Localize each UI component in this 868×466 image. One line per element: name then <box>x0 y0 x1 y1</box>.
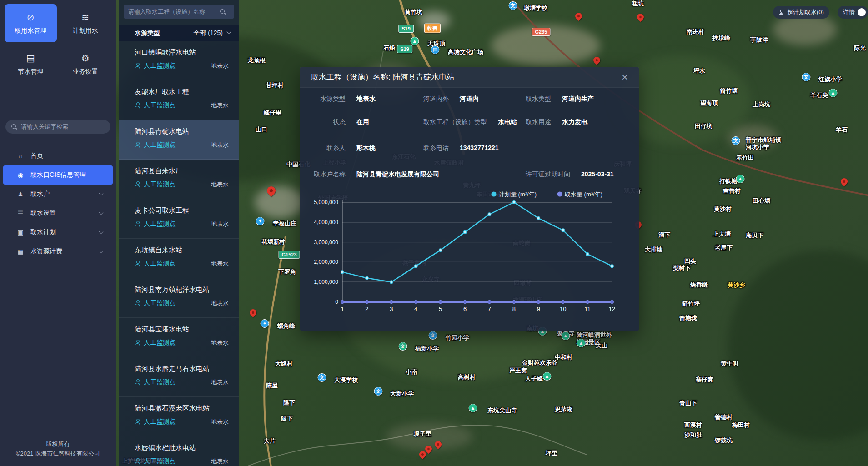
map-label: 墩塘学校 <box>524 4 547 12</box>
search-icon <box>220 9 226 15</box>
temple-green-marker[interactable]: ▲ <box>562 331 570 340</box>
map-label: 幸福山庄 <box>273 220 296 228</box>
source-type-label: 水源类型 <box>135 29 160 37</box>
list-item[interactable]: 水唇镇水栏肚水电站人工监测点地表水 <box>119 436 239 466</box>
detail-toggle[interactable]: 详情 <box>838 6 868 19</box>
marker-glyph: ✦ <box>258 219 262 224</box>
map-label: 下罗角 <box>278 268 296 276</box>
map-label: 田仔坑 <box>695 122 712 130</box>
map-label: 福新小学 <box>415 345 439 353</box>
list-item[interactable]: 麦卡公司取水工程人工监测点地表水 <box>119 199 239 239</box>
svg-text:取水量 (m³/年): 取水量 (m³/年) <box>564 191 602 198</box>
map-label: 大路村 <box>275 360 293 368</box>
map-label: 赤竹田 <box>736 154 754 162</box>
school-blue-marker[interactable]: 文 <box>374 387 383 396</box>
svg-text:4: 4 <box>414 306 417 312</box>
school-blue-marker[interactable]: 文 <box>429 331 437 340</box>
intake-meta: 人工监测点地表水 <box>135 339 229 347</box>
list-item[interactable]: 陆河县青碇水电站人工监测点地表水 <box>119 120 239 160</box>
module-button-取用水管理[interactable]: ⊘取用水管理 <box>5 4 57 42</box>
temple-green-marker[interactable]: ▲ <box>469 404 477 412</box>
sidebar-item-取水设置[interactable]: ☰取水设置 <box>3 204 113 223</box>
person-icon <box>135 221 140 227</box>
school-blue-marker[interactable]: 文 <box>318 373 326 382</box>
peak-green-marker[interactable]: ▲ <box>543 372 552 381</box>
sidebar-item-取水口GIS信息管理[interactable]: ◉取水口GIS信息管理 <box>3 165 113 185</box>
building-blue-marker[interactable]: ▤ <box>431 45 440 54</box>
school-green-marker[interactable]: 文 <box>399 342 407 351</box>
sidebar-search-input[interactable]: 请输入关键字检索 <box>5 120 110 134</box>
field-col: 水源类型地表水 <box>314 95 423 103</box>
field-col <box>423 170 526 179</box>
list-item[interactable]: 东坑镇自来水站人工监测点地表水 <box>119 239 239 278</box>
map-label: 黄沙村 <box>714 205 732 213</box>
sidebar-item-取水户[interactable]: ♟取水户 <box>3 185 113 204</box>
over-plan-label: 超计划取水(0) <box>787 8 824 16</box>
menu-label: 水资源计费 <box>30 247 62 256</box>
list-item[interactable]: 陆河县南万镇杞洋水电站人工监测点地表水 <box>119 278 239 318</box>
svg-text:12: 12 <box>609 306 615 312</box>
svg-text:5,000,000: 5,000,000 <box>314 199 339 205</box>
list-header: 水源类型 全部 (125) <box>119 25 239 41</box>
field-col: 河道内外河道内 <box>423 95 526 103</box>
field-row: 状态在用取水工程（设施）类型水电站取水用途水力发电 <box>300 118 639 126</box>
field-row: 取水户名称陆河县青碇水电发展有限公司许可证过期时间2025-03-31 <box>300 170 639 179</box>
sidebar-search-placeholder: 请输入关键字检索 <box>21 123 68 131</box>
user-icon: ♟ <box>17 190 24 198</box>
app-window: 黄竹坑天珠顶石船墩塘学校粗坑南进村挨垅峰芋陂洋际光高塘文化广场坪水箭竹塘红旗小学… <box>0 0 868 466</box>
field-value: 水力发电 <box>562 118 587 126</box>
svg-text:1: 1 <box>341 306 344 312</box>
field-col: 许可证过期时间2025-03-31 <box>526 170 639 179</box>
list-item[interactable]: 陆河县宝塔水电站人工监测点地表水 <box>119 318 239 357</box>
school-blue-marker[interactable]: 文 <box>802 73 811 81</box>
school-blue-marker[interactable]: 文 <box>732 136 740 145</box>
module-button-计划用水[interactable]: ≋计划用水 <box>60 4 112 42</box>
person-icon <box>135 261 140 267</box>
list-item[interactable]: 陆河县水唇走马石水电站人工监测点地表水 <box>119 357 239 397</box>
modal-title: 取水工程（设施）名称: 陆河县青碇水电站 <box>311 72 454 82</box>
intake-search-input[interactable]: 请输入取水工程（设施）名称 <box>124 5 234 19</box>
map-label: 上大塘 <box>713 230 731 238</box>
school-blue-marker[interactable]: 文 <box>509 1 517 10</box>
monitor-type: 人工监测点 <box>144 141 176 149</box>
field-row: 水源类型地表水河道内外河道内取水类型河道内生产 <box>300 95 639 103</box>
marker-glyph: 文 <box>320 375 325 380</box>
list-item[interactable]: 河口镇唱歌潭水电站人工监测点地表水 <box>119 41 239 80</box>
sidebar-item-水资源计费[interactable]: ▦水资源计费 <box>3 242 113 261</box>
field-label: 联系人 <box>314 144 346 152</box>
over-plan-button[interactable]: 超计划取水(0) <box>773 6 829 19</box>
poi-blue-marker[interactable]: ✦ <box>256 217 265 225</box>
field-value: 在用 <box>356 118 369 126</box>
module-label: 取用水管理 <box>15 27 46 35</box>
list-item[interactable]: 友能水厂取水工程人工监测点地表水 <box>119 80 239 120</box>
map-label: 花塘新村 <box>261 238 285 246</box>
billing-icon: ▦ <box>17 248 24 255</box>
map-label: 箭塘珑 <box>679 314 697 322</box>
poi-blue-marker[interactable]: ✦ <box>261 319 269 328</box>
water-source-type: 地表水 <box>211 180 229 189</box>
field-label: 联系电话 <box>423 144 449 152</box>
meter-icon: ⊘ <box>27 12 35 23</box>
svg-text:计划量 (m³/年): 计划量 (m³/年) <box>499 191 537 198</box>
toggle-knob[interactable] <box>858 8 866 16</box>
map-label: 思茅湖 <box>555 406 572 414</box>
person-icon <box>135 300 140 306</box>
peak-green-marker[interactable]: ▲ <box>736 175 745 183</box>
peak-green-marker[interactable]: ▲ <box>829 89 838 97</box>
sidebar-item-取水计划[interactable]: ▣取水计划 <box>3 223 113 242</box>
source-type-filter[interactable]: 全部 (125) <box>193 29 231 37</box>
peak-green-marker[interactable]: ▲ <box>411 37 419 45</box>
module-button-节水管理[interactable]: ▤节水管理 <box>5 45 57 83</box>
peak-green-marker[interactable]: ▲ <box>577 339 586 347</box>
module-button-业务设置[interactable]: ⚙业务设置 <box>60 45 112 83</box>
close-icon[interactable]: × <box>622 72 628 83</box>
map-label: 箭竹塘 <box>720 87 738 95</box>
map-label: 陈屋 <box>266 381 278 390</box>
list-item[interactable]: 陆河县激石溪老区水电站人工监测点地表水 <box>119 397 239 436</box>
water-source-type: 地表水 <box>211 378 229 386</box>
intake-meta: 人工监测点地表水 <box>135 180 229 189</box>
map-label: 黄竹坑 <box>405 8 422 16</box>
list-item[interactable]: 陆河县自来水厂人工监测点地表水 <box>119 160 239 199</box>
monitor-type: 人工监测点 <box>144 378 176 386</box>
sidebar-item-首页[interactable]: ⌂首页 <box>3 146 113 165</box>
